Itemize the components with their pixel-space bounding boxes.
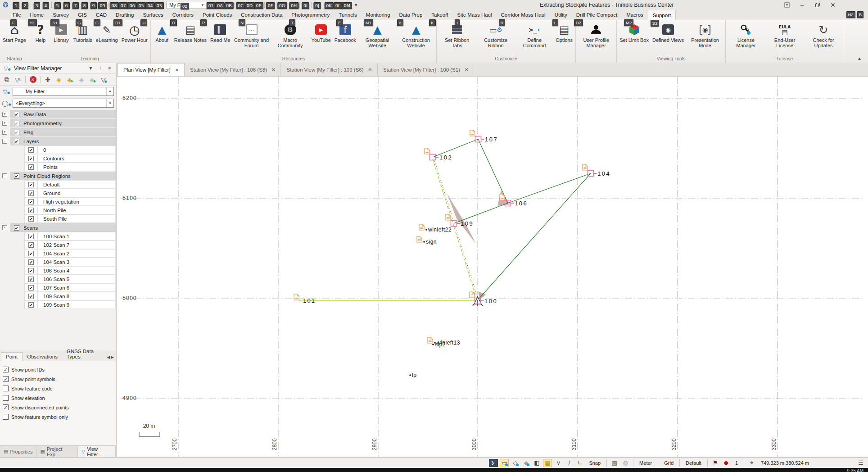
close-tab-icon[interactable]: ✕ bbox=[271, 67, 275, 72]
tab-macros[interactable]: MacrosM2 bbox=[622, 10, 648, 20]
qat-button[interactable]: ◈7 bbox=[71, 0, 80, 9]
tab-view-filter[interactable]: ▽View Filter... bbox=[78, 446, 116, 457]
qat-button[interactable]: ▦0B bbox=[225, 0, 233, 9]
point-density-icon[interactable]: ▦ bbox=[543, 459, 552, 467]
qat-button[interactable]: ▣3 bbox=[32, 0, 41, 9]
tab-gnss-data-types[interactable]: GNSS Data Types bbox=[62, 347, 107, 361]
expand-icon[interactable]: + bbox=[2, 130, 7, 135]
qat-button[interactable]: ◷0L bbox=[334, 0, 342, 9]
checkbox[interactable] bbox=[3, 395, 9, 401]
scope-combobox[interactable]: <Everything>▼ bbox=[13, 99, 114, 108]
tree-checkbox[interactable]: ✔ bbox=[28, 285, 34, 290]
tab-observations[interactable]: Observations bbox=[23, 353, 62, 361]
tab-site-mass-haul[interactable]: Site Mass HaulI bbox=[452, 10, 496, 20]
option-show-feature-code[interactable]: Show feature code bbox=[3, 384, 113, 393]
qat-button[interactable]: ▥0F bbox=[266, 0, 275, 9]
tab-drill-pile-compact[interactable]: Drill Pile CompactD2 bbox=[572, 10, 622, 20]
minimize-button[interactable] bbox=[796, 0, 808, 9]
ribbon-button-set-ribbon-tabs[interactable]: Set Ribbon Tabs bbox=[438, 21, 476, 56]
qat-button[interactable]: ▶0I bbox=[301, 0, 310, 9]
tab-project-exp[interactable]: ▦Project Exp... bbox=[37, 446, 78, 457]
filter-combobox[interactable]: My Filter▼ bbox=[13, 87, 114, 96]
tab-point-clouds[interactable]: Point CloudsP bbox=[198, 10, 236, 20]
tree-node-high-vegetation[interactable]: ✔High vegetation bbox=[0, 197, 116, 206]
ribbon-button-release-notes[interactable]: ▤Release Notes bbox=[172, 21, 208, 56]
feature-point-sign[interactable]: sign bbox=[417, 236, 437, 245]
unit-field[interactable]: Meter bbox=[637, 460, 655, 466]
ribbon-button-elearning[interactable]: ✎eLearning bbox=[94, 21, 120, 56]
panel-menu-icon[interactable]: ▼ bbox=[87, 66, 94, 71]
qat-button[interactable]: ✚0E bbox=[254, 0, 263, 9]
option-show-point-symbols[interactable]: ✓Show point symbols bbox=[3, 374, 113, 384]
tree-node-contours[interactable]: ✔Contours bbox=[0, 154, 116, 163]
tree-checkbox[interactable]: ✔ bbox=[14, 173, 19, 179]
tree-checkbox[interactable]: ✔ bbox=[28, 182, 34, 187]
select-polygon-icon[interactable]: ◇ bbox=[511, 459, 520, 467]
collapse-icon[interactable]: - bbox=[2, 173, 7, 178]
grid-field[interactable]: Grid bbox=[661, 460, 676, 466]
ribbon-button-community-and-forum[interactable]: ⋯Community and Forum bbox=[232, 21, 271, 56]
tree-checkbox[interactable]: ✔ bbox=[28, 277, 34, 282]
ribbon-button-geospatial-website[interactable]: ▲Geospatial Website bbox=[358, 21, 397, 56]
ribbon-button-license-manager[interactable]: License Manager bbox=[727, 21, 765, 56]
tab-construction-data[interactable]: Construction DataN bbox=[236, 10, 287, 20]
qat-button[interactable]: ◳01 bbox=[207, 0, 215, 9]
ribbon-button-library[interactable]: ▶Library bbox=[51, 21, 72, 56]
select-volume-icon[interactable]: ◆ bbox=[521, 459, 530, 467]
tree-node-102-scan-7[interactable]: ✔102 Scan 7 bbox=[0, 241, 116, 249]
snap-angle-icon[interactable]: ∨ bbox=[554, 459, 563, 467]
qat-button[interactable]: ▩0K bbox=[325, 0, 333, 9]
tab-corridors[interactable]: CorridorsO bbox=[168, 10, 198, 20]
checkbox[interactable] bbox=[3, 386, 9, 391]
qat-button[interactable]: ◷03 bbox=[155, 0, 163, 9]
restore-button[interactable] bbox=[812, 0, 823, 9]
tree-checkbox[interactable]: ✔ bbox=[14, 225, 19, 231]
ribbon-button-check-for-updates[interactable]: ↻Check for Updates bbox=[804, 21, 843, 56]
tab-photogrammetry[interactable]: PhotogrammetryT bbox=[287, 10, 334, 20]
tree-node-point-cloud-regions[interactable]: -✔Point Cloud Regions bbox=[0, 172, 116, 180]
qat-button[interactable]: ⚑8 bbox=[80, 0, 89, 9]
tab-home[interactable]: HomeH1 bbox=[26, 10, 49, 20]
layers-add-icon[interactable]: ◈✚ bbox=[65, 75, 75, 84]
tree-node-106-scan-4[interactable]: ✔106 Scan 4 bbox=[0, 266, 116, 275]
ribbon-button-start-page[interactable]: ⌂Start Page bbox=[1, 21, 28, 56]
tree-checkbox[interactable]: ✔ bbox=[28, 208, 34, 213]
tree-checkbox[interactable]: ✔ bbox=[28, 147, 34, 153]
send-to-window-icon[interactable]: ⧉ bbox=[2, 75, 12, 84]
coordinate-system-field[interactable]: Default bbox=[683, 460, 704, 466]
ribbon-button-power-hour[interactable]: ◷Power Hour bbox=[120, 21, 149, 56]
tree-checkbox[interactable]: ✔ bbox=[28, 259, 34, 265]
qat-button[interactable]: ●05 bbox=[137, 0, 145, 9]
option-show-disconnected-points[interactable]: ✓Show disconnected points bbox=[3, 403, 113, 412]
option-show-point-ids[interactable]: ✓Show point IDs bbox=[3, 365, 113, 374]
doc-tab-station-view-my-filter-100-s1[interactable]: Station View [My Filter] : 100 (S1)✕ bbox=[378, 63, 474, 76]
qat-button[interactable]: ●0J bbox=[313, 0, 321, 9]
tree-checkbox[interactable]: ✔ bbox=[28, 156, 34, 161]
expand-icon[interactable]: + bbox=[2, 121, 7, 126]
tree-node-default[interactable]: ✔Default bbox=[0, 180, 116, 189]
tab-drafting[interactable]: DraftingD1 bbox=[111, 10, 138, 20]
ribbon-button-define-command-shortcuts[interactable]: ≻_✦Define Command Shortcuts bbox=[515, 21, 554, 56]
coordinate-tracker-icon[interactable]: ⌖ bbox=[747, 459, 756, 467]
scroll-left-icon[interactable]: ◀ bbox=[107, 355, 110, 359]
checkbox[interactable]: ✓ bbox=[3, 367, 9, 372]
doc-tab-plan-view-my-filter[interactable]: Plan View [My Filter]✕ bbox=[118, 63, 185, 76]
tab-gis[interactable]: GISG bbox=[73, 10, 91, 20]
tree-node-ground[interactable]: ✔Ground bbox=[0, 189, 116, 197]
tab-cad[interactable]: CADC bbox=[91, 10, 111, 20]
flag-icon[interactable]: ⚑ bbox=[711, 459, 720, 467]
collapse-icon[interactable]: - bbox=[2, 139, 7, 144]
tab-data-prep[interactable]: Data PrepA bbox=[395, 10, 427, 20]
tree-node-0[interactable]: ✔0 bbox=[0, 145, 116, 154]
qat-button[interactable]: ↶0M bbox=[343, 0, 351, 9]
tab-file[interactable]: FileF bbox=[8, 10, 26, 20]
tree-checkbox[interactable]: ✔ bbox=[14, 121, 19, 126]
snap-button[interactable]: Snap bbox=[586, 460, 603, 466]
point-101[interactable]: -101 bbox=[294, 294, 316, 304]
collapse-ribbon-icon[interactable]: ▲ bbox=[857, 56, 862, 61]
tree-node-109-scan-8[interactable]: ✔109 Scan 8 bbox=[0, 292, 116, 300]
snap-ortho-icon[interactable]: ∟ bbox=[575, 459, 584, 467]
ribbon-button-options[interactable]: ▤Options bbox=[554, 21, 574, 56]
selection-count[interactable]: 1 bbox=[732, 460, 741, 466]
invert-selection-icon[interactable]: ◧ bbox=[532, 459, 541, 467]
